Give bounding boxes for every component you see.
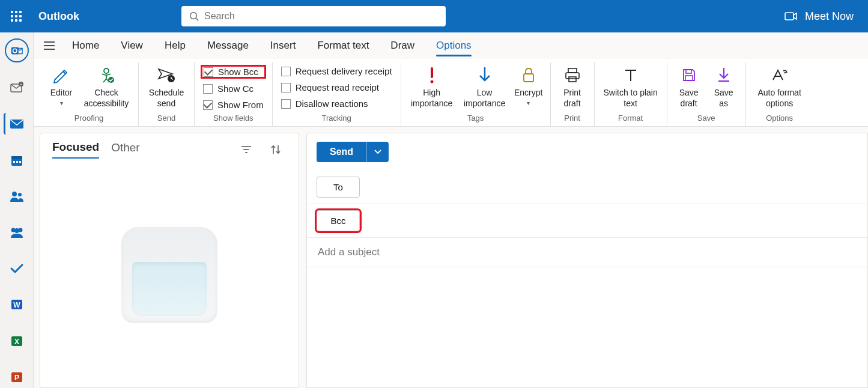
message-list-pane: Focused Other [40,133,299,388]
save-as-button[interactable]: Save as [708,64,739,109]
hamburger-menu[interactable] [37,41,61,50]
group-label-tags: Tags [467,111,484,126]
filter-button[interactable] [241,145,258,154]
waffle-icon [11,11,22,22]
new-mail-icon[interactable]: + [5,77,29,99]
save-icon [681,65,697,85]
checkbox-checked-icon [203,100,213,110]
svg-line-1 [196,19,199,21]
tab-message[interactable]: Message [196,32,259,59]
editor-button[interactable]: Editor ▾ [46,64,77,107]
accessibility-icon [97,65,115,85]
svg-rect-36 [566,73,579,79]
request-read-receipt-checkbox[interactable]: Request read receipt [279,81,395,94]
disallow-reactions-checkbox[interactable]: Disallow reactions [279,97,395,110]
save-draft-button[interactable]: Save draft [673,64,705,109]
group-tags: High importance Low importance Encrypt [401,62,551,126]
svg-point-28 [104,68,109,73]
high-importance-button[interactable]: High importance [407,64,457,109]
meet-now-label: Meet Now [805,10,854,23]
to-input[interactable] [369,177,858,197]
group-label-options: Options [766,111,793,126]
print-draft-button[interactable]: Print draft [557,64,588,109]
save-as-icon [717,65,731,85]
calendar-icon[interactable] [5,149,29,171]
svg-rect-11 [13,161,15,163]
svg-rect-31 [431,67,433,78]
mail-icon[interactable] [4,113,28,135]
svg-rect-39 [685,76,693,80]
bcc-field-row: Bcc [307,204,867,238]
group-proofing: Editor ▾ Check accessibility Proofing [40,62,139,126]
svg-rect-34 [524,74,533,82]
request-delivery-receipt-checkbox[interactable]: Request delivery receipt [279,65,395,77]
app-name: Outlook [38,10,79,23]
empty-inbox-illustration [40,162,299,387]
show-bcc-checkbox[interactable]: Show Bcc [201,65,266,79]
tab-home[interactable]: Home [61,32,110,59]
subject-input[interactable] [318,246,857,258]
to-button[interactable]: To [317,177,360,198]
tab-format-text[interactable]: Format text [306,32,380,59]
show-from-checkbox[interactable]: Show From [201,99,266,111]
group-save: Save draft Save as Save [667,62,746,126]
auto-format-icon [771,65,789,85]
auto-format-options-button[interactable]: Auto format options [752,64,807,109]
svg-rect-2 [785,13,794,20]
chevron-down-icon: ▾ [60,100,63,108]
app-launcher[interactable] [0,11,32,22]
svg-rect-13 [19,161,21,163]
printer-icon [563,65,581,85]
people-icon[interactable] [5,186,29,207]
low-importance-button[interactable]: Low importance [460,64,509,109]
low-importance-icon [478,65,492,85]
search-input[interactable] [204,11,439,22]
tab-help[interactable]: Help [154,32,196,59]
tab-view[interactable]: View [110,32,154,59]
bcc-button[interactable]: Bcc [317,210,360,231]
meet-now-button[interactable]: Meet Now [785,10,854,23]
compose-pane: Send To Bcc [306,133,868,388]
outlook-app-icon[interactable] [5,38,29,62]
search-icon [189,11,199,22]
send-button[interactable]: Send [317,142,366,162]
show-cc-checkbox[interactable]: Show Cc [201,82,266,95]
group-label-proofing: Proofing [74,111,103,126]
group-send: Schedule send Send [139,62,195,126]
todo-icon[interactable] [5,258,29,279]
chevron-down-icon: ▾ [527,100,530,108]
tab-options[interactable]: Options [425,32,482,59]
switch-plain-text-button[interactable]: Switch to plain text [601,64,661,109]
lock-icon [521,65,536,85]
group-label-format: Format [618,111,643,126]
bcc-input[interactable] [369,211,858,231]
left-rail: + W X P [0,32,34,388]
group-options: Auto format options Options [746,62,813,126]
tab-focused[interactable]: Focused [52,141,99,159]
schedule-send-button[interactable]: Schedule send [145,64,188,109]
svg-text:P: P [14,374,19,382]
checkbox-icon [281,83,291,92]
encrypt-button[interactable]: Encrypt ▾ [513,64,544,107]
group-label-send: Send [157,111,175,126]
group-show-fields: Show Bcc Show Cc Show From Show fields [195,62,273,126]
groups-icon[interactable] [5,222,29,243]
tab-other[interactable]: Other [111,141,140,158]
word-icon[interactable]: W [5,294,29,315]
chevron-down-icon [374,150,381,154]
tab-insert[interactable]: Insert [259,32,307,59]
tab-draw[interactable]: Draw [380,32,425,59]
video-camera-icon [785,11,798,21]
search-box[interactable] [181,6,446,26]
group-tracking: Request delivery receipt Request read re… [273,62,401,126]
filter-icon [241,145,252,154]
svg-rect-37 [569,77,576,82]
send-dropdown[interactable] [366,142,389,162]
svg-text:X: X [14,338,19,346]
sort-button[interactable] [270,144,287,155]
svg-rect-10 [11,156,22,159]
group-label-print: Print [564,111,580,126]
excel-icon[interactable]: X [5,330,29,352]
powerpoint-icon[interactable]: P [5,366,29,388]
check-accessibility-button[interactable]: Check accessibility [80,64,132,109]
